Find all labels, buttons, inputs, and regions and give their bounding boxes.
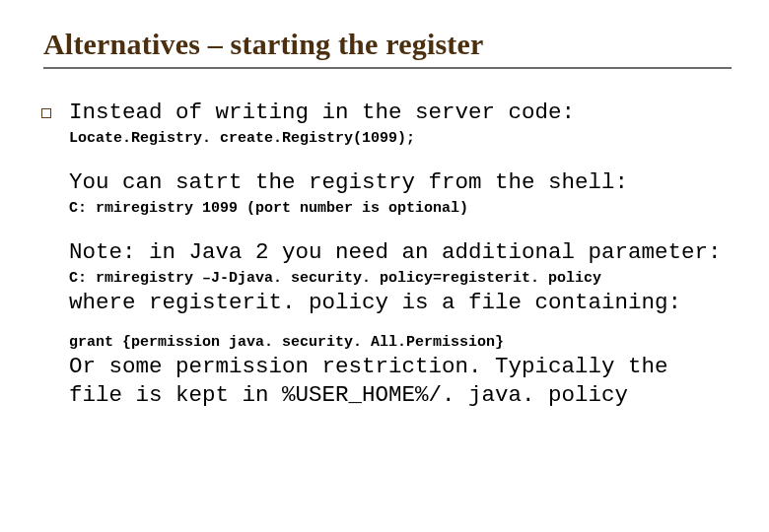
text-line-5: Or some permission restriction. Typicall… [69,353,732,410]
title-underline [43,67,732,69]
text-line-3: Note: in Java 2 you need an additional p… [69,238,732,267]
text-line-1: Instead of writing in the server code: [69,99,732,127]
code-line-1: Locate.Registry. create.Registry(1099); [69,129,732,149]
text-line-4: where registerit. policy is a file conta… [69,289,732,317]
slide-container: Alternatives – starting the register Ins… [0,0,769,532]
code-line-2: C: rmiregistry 1099 (port number is opti… [69,199,732,219]
bullet-item: Instead of writing in the server code: L… [41,99,732,410]
slide-title: Alternatives – starting the register [43,28,732,61]
bullet-content: Instead of writing in the server code: L… [69,99,732,410]
bullet-icon [41,108,51,118]
code-line-4: grant {permission java. security. All.Pe… [69,333,732,353]
code-line-3: C: rmiregistry –J-Djava. security. polic… [69,269,732,289]
slide-body: Instead of writing in the server code: L… [41,99,732,410]
text-line-2: You can satrt the registry from the shel… [69,168,732,197]
title-block: Alternatives – starting the register [43,28,732,69]
